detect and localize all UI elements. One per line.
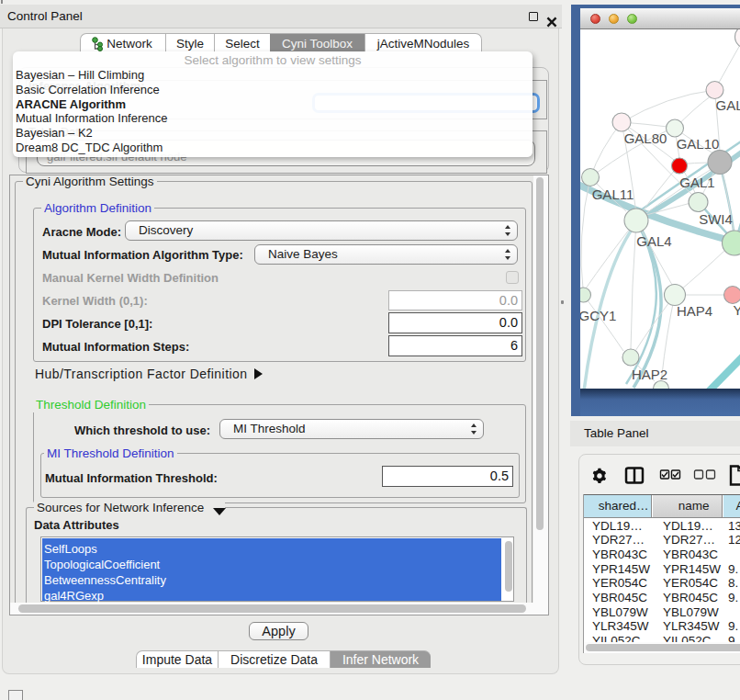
svg-text:GAL1: GAL1 — [679, 175, 714, 190]
svg-text:GAL4: GAL4 — [636, 233, 671, 249]
svg-text:GAL7: GAL7 — [716, 97, 740, 113]
svg-text:HAP2: HAP2 — [632, 367, 667, 382]
svg-text:GCY1: GCY1 — [580, 308, 616, 323]
svg-text:SWI4: SWI4 — [699, 211, 733, 227]
svg-text:GAL10: GAL10 — [677, 136, 720, 152]
svg-text:GAL80: GAL80 — [624, 130, 667, 146]
svg-text:GAL11: GAL11 — [592, 186, 634, 202]
svg-text:HAP4: HAP4 — [677, 303, 712, 319]
svg-text:Y: Y — [734, 302, 740, 318]
